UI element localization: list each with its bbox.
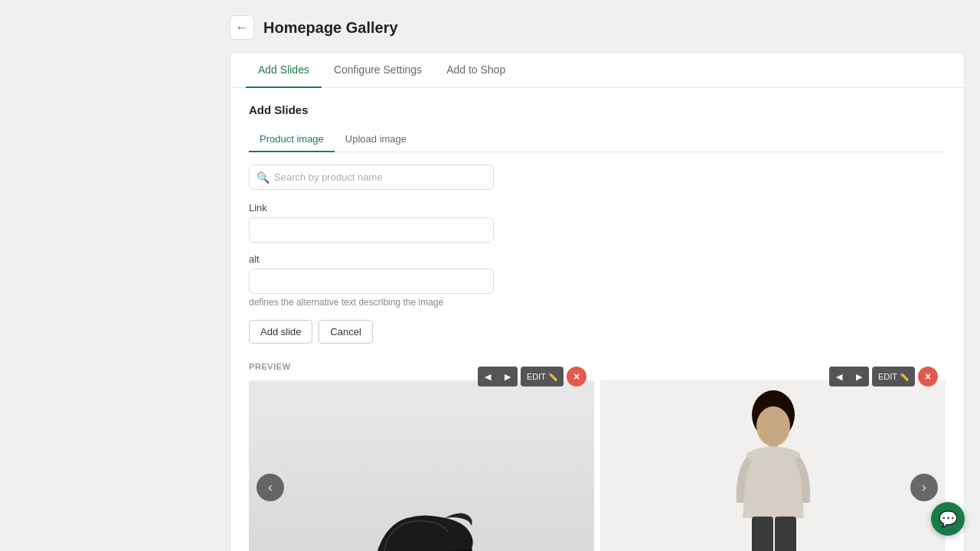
slide-2-edit-button[interactable]: EDIT ✏️ — [872, 367, 915, 386]
add-slide-button[interactable]: Add slide — [249, 320, 312, 344]
slide-1-delete-button[interactable]: × — [567, 367, 586, 386]
slide-1-controls: ◀ ▶ EDIT ✏️ × — [478, 367, 586, 386]
card-content: Add Slides Product image Upload image 🔍 … — [230, 88, 964, 551]
next-icon: › — [922, 481, 926, 494]
slide-2-delete-button[interactable]: × — [918, 367, 938, 386]
slide-1-next-btn[interactable]: ▶ — [498, 367, 518, 386]
section-title: Add Slides — [249, 103, 946, 116]
model-svg — [704, 388, 842, 551]
chat-button[interactable]: 💬 — [931, 502, 965, 536]
sub-tab-upload-image[interactable]: Upload image — [335, 127, 417, 152]
link-field-wrapper: Link — [249, 202, 946, 253]
page-header: ← Homepage Gallery — [230, 15, 965, 40]
slide-2-nav-group: ◀ ▶ — [829, 367, 869, 386]
slide-1-wrapper: ◀ ▶ EDIT ✏️ × — [249, 380, 594, 551]
sub-tabs: Product image Upload image — [249, 127, 946, 152]
alt-help-text: defines the alternative text describing … — [249, 297, 946, 308]
page-title: Homepage Gallery — [263, 19, 398, 37]
edit-icon-2: ✏️ — [900, 373, 909, 381]
cancel-button[interactable]: Cancel — [318, 320, 372, 344]
link-label: Link — [249, 202, 946, 214]
slide-2-image — [600, 380, 946, 551]
action-buttons: Add slide Cancel — [249, 320, 946, 344]
slide-2-next-btn[interactable]: ▶ — [849, 367, 869, 386]
back-button[interactable]: ← — [230, 15, 254, 40]
tab-add-slides[interactable]: Add Slides — [246, 53, 322, 88]
slide-1-nav-group: ◀ ▶ — [478, 367, 518, 386]
link-input[interactable] — [249, 217, 494, 243]
search-input[interactable] — [249, 165, 494, 190]
svg-point-2 — [756, 406, 790, 446]
shoe-svg — [345, 480, 498, 551]
tab-add-to-shop[interactable]: Add to Shop — [434, 53, 518, 88]
main-card: Add Slides Configure Settings Add to Sho… — [230, 52, 965, 551]
slide-2-controls: ◀ ▶ EDIT ✏️ × — [829, 367, 938, 386]
slide-2-prev-btn[interactable]: ◀ — [829, 367, 849, 386]
svg-rect-4 — [752, 517, 773, 551]
carousel-next-button[interactable]: › — [910, 474, 938, 501]
prev-icon: ‹ — [268, 481, 272, 494]
alt-input[interactable] — [249, 269, 494, 294]
slide-1-prev-btn[interactable]: ◀ — [478, 367, 498, 386]
tab-configure-settings[interactable]: Configure Settings — [322, 53, 434, 88]
preview-section: PREVIEW ◀ ▶ EDIT ✏️ — [249, 362, 946, 551]
edit-icon-1: ✏️ — [548, 373, 557, 381]
alt-field-wrapper: alt defines the alternative text describ… — [249, 253, 946, 308]
sub-tab-product-image[interactable]: Product image — [249, 127, 335, 152]
search-icon: 🔍 — [256, 171, 270, 184]
alt-label: alt — [249, 253, 946, 265]
preview-area: ◀ ▶ EDIT ✏️ × — [249, 380, 946, 551]
search-wrapper: 🔍 — [249, 165, 946, 190]
main-tabs: Add Slides Configure Settings Add to Sho… — [230, 53, 964, 88]
slide-1-edit-button[interactable]: EDIT ✏️ — [521, 367, 564, 386]
svg-rect-5 — [775, 517, 796, 551]
chat-icon: 💬 — [939, 510, 958, 528]
slide-2-wrapper: ◀ ▶ EDIT ✏️ × — [600, 380, 946, 551]
slide-1-image — [249, 380, 594, 551]
carousel-prev-button[interactable]: ‹ — [256, 474, 284, 501]
